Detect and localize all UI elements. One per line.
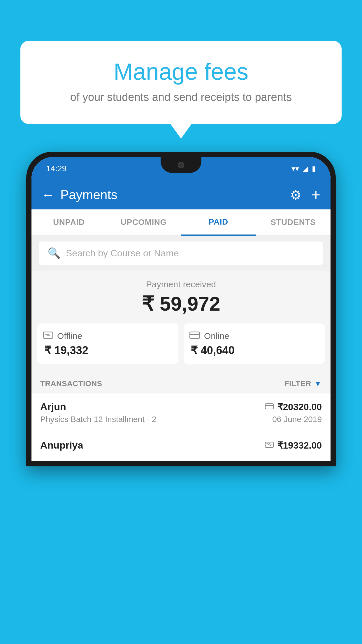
- tabs-bar: UNPAID UPCOMING PAID STUDENTS: [31, 209, 331, 236]
- transaction-amount: ₹20320.00: [277, 401, 322, 412]
- search-icon: 🔍: [48, 247, 61, 259]
- payment-cards-row: Offline ₹ 19,332: [37, 323, 325, 364]
- battery-icon: ▮: [312, 164, 316, 173]
- speech-bubble: Manage fees of your students and send re…: [20, 41, 342, 124]
- transactions-header: TRANSACTIONS FILTER ▼: [31, 373, 331, 393]
- search-placeholder: Search by Course or Name: [66, 248, 179, 259]
- filter-button[interactable]: FILTER ▼: [284, 379, 322, 388]
- online-label: Online: [204, 331, 229, 341]
- svg-line-15: [270, 444, 271, 446]
- phone-screen: 14:29 ▾▾ ◢ ▮ ← Payments ⚙ + UNPAID: [31, 157, 331, 461]
- payment-total-amount: ₹ 59,972: [37, 292, 325, 315]
- transaction-row[interactable]: Anupriya ₹19332.00: [31, 432, 331, 461]
- status-icons: ▾▾ ◢ ▮: [291, 164, 316, 173]
- svg-line-5: [49, 335, 50, 336]
- tab-unpaid[interactable]: UNPAID: [31, 209, 106, 235]
- filter-icon: ▼: [314, 379, 322, 388]
- phone-notch: [161, 157, 201, 173]
- transaction-row[interactable]: Arjun ₹20320.00 Physics Batch 12 Install…: [31, 393, 331, 432]
- transaction-amount: ₹19332.00: [277, 440, 322, 451]
- svg-rect-0: [43, 332, 53, 338]
- back-button[interactable]: ←: [42, 188, 55, 202]
- transaction-date: 06 June 2019: [272, 415, 322, 424]
- search-bar[interactable]: 🔍 Search by Course or Name: [39, 242, 323, 265]
- svg-line-4: [48, 334, 49, 336]
- add-button[interactable]: +: [312, 186, 320, 204]
- payment-received-section: Payment received ₹ 59,972: [31, 271, 331, 373]
- offline-icon: [43, 331, 53, 341]
- offline-label: Offline: [57, 331, 82, 341]
- camera: [178, 162, 184, 168]
- status-bar: 14:29 ▾▾ ◢ ▮: [31, 157, 331, 180]
- svg-line-14: [270, 443, 270, 446]
- phone-outer: 14:29 ▾▾ ◢ ▮ ← Payments ⚙ + UNPAID: [26, 152, 336, 466]
- wifi-icon: ▾▾: [291, 164, 299, 173]
- online-icon: [189, 331, 200, 341]
- search-section: 🔍 Search by Course or Name: [31, 236, 331, 271]
- transaction-cash-icon: [265, 441, 274, 450]
- filter-label: FILTER: [284, 379, 311, 388]
- online-amount: ₹ 40,640: [189, 344, 319, 357]
- online-card: Online ₹ 40,640: [184, 323, 325, 364]
- app-header: ← Payments ⚙ +: [31, 180, 331, 209]
- svg-rect-10: [265, 442, 273, 447]
- transactions-label: TRANSACTIONS: [40, 379, 102, 388]
- tab-upcoming[interactable]: UPCOMING: [106, 209, 181, 235]
- transaction-name: Anupriya: [40, 440, 83, 451]
- speech-bubble-subtitle: of your students and send receipts to pa…: [35, 91, 327, 104]
- svg-rect-7: [190, 334, 200, 335]
- page-title: Payments: [60, 188, 284, 202]
- status-time: 14:29: [46, 164, 66, 173]
- transaction-course: Physics Batch 12 Installment - 2: [40, 415, 156, 424]
- offline-amount: ₹ 19,332: [43, 344, 173, 357]
- offline-card: Offline ₹ 19,332: [37, 323, 178, 364]
- transaction-card-icon: [265, 402, 274, 412]
- settings-icon[interactable]: ⚙: [290, 188, 301, 202]
- phone-wrapper: 14:29 ▾▾ ◢ ▮ ← Payments ⚙ + UNPAID: [26, 152, 336, 644]
- transaction-name: Arjun: [40, 401, 66, 412]
- transaction-amount-wrap: ₹19332.00: [265, 440, 322, 451]
- svg-rect-9: [265, 405, 273, 406]
- transaction-amount-wrap: ₹20320.00: [265, 401, 322, 412]
- tab-students[interactable]: STUDENTS: [256, 209, 331, 235]
- signal-icon: ◢: [303, 164, 308, 173]
- tab-paid[interactable]: PAID: [181, 209, 256, 236]
- speech-bubble-title: Manage fees: [35, 58, 327, 85]
- payment-received-label: Payment received: [37, 279, 325, 289]
